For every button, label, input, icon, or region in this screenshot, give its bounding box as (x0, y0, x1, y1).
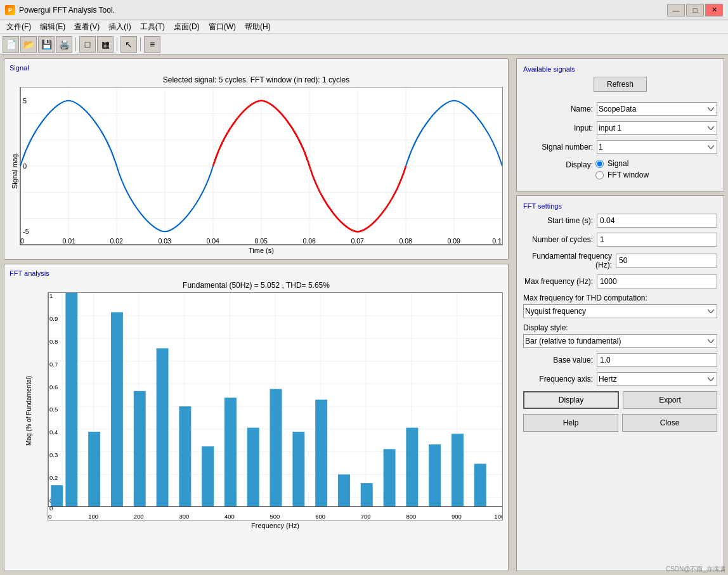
svg-rect-80 (202, 446, 214, 507)
max-freq-label: Max frequency (Hz): (523, 277, 593, 286)
max-freq-row: Max frequency (Hz): (523, 275, 717, 288)
new-button[interactable]: 📄 (3, 36, 19, 53)
svg-rect-84 (292, 432, 304, 507)
signal-number-select[interactable]: 1 (597, 140, 717, 154)
svg-rect-73 (51, 485, 63, 507)
svg-text:0.08: 0.08 (399, 238, 412, 245)
signal-chart-inner: 5 0 -5 0 0.01 0.02 0.03 0.04 0.05 0.06 0… (20, 87, 503, 254)
svg-rect-76 (111, 313, 123, 507)
name-label: Name: (523, 105, 593, 113)
maximize-button[interactable]: □ (686, 4, 704, 16)
display-button[interactable]: Display (523, 391, 619, 409)
start-time-input[interactable] (597, 214, 717, 228)
print-button[interactable]: 🖨️ (56, 36, 72, 53)
svg-rect-83 (270, 389, 282, 507)
svg-text:0.7: 0.7 (49, 361, 58, 368)
svg-text:0.5: 0.5 (49, 406, 58, 413)
menu-window[interactable]: 窗口(W) (205, 20, 240, 34)
base-value-input[interactable] (597, 353, 717, 367)
display-row: Display: Signal FFT window (523, 159, 717, 179)
svg-text:0.3: 0.3 (49, 451, 58, 458)
svg-text:1000: 1000 (494, 513, 502, 520)
svg-text:400: 400 (224, 513, 235, 520)
display-style-label: Display style: (523, 323, 717, 332)
svg-rect-90 (429, 444, 441, 507)
menu-bar: 文件(F) 编辑(E) 查看(V) 插入(I) 工具(T) 桌面(D) 窗口(W… (0, 20, 728, 34)
fund-freq-label: Fundamental frequency (Hz): (523, 252, 612, 269)
name-select[interactable]: ScopeData (597, 102, 717, 116)
svg-text:0.1: 0.1 (492, 238, 502, 245)
menu-file[interactable]: 文件(F) (3, 20, 35, 34)
max-freq-thd-select[interactable]: Nyquist frequency (523, 304, 717, 318)
svg-rect-78 (157, 348, 169, 507)
bottom-buttons: Display Export (523, 391, 717, 409)
display-radio-group: Signal FFT window (595, 159, 649, 179)
select-button[interactable]: ↖ (120, 36, 137, 53)
help-button[interactable]: Help (523, 414, 618, 432)
signal-radio-row: Signal (595, 159, 649, 168)
svg-text:0: 0 (20, 238, 24, 245)
signal-chart-title: Selected signal: 5 cycles. FFT window (i… (10, 75, 503, 84)
display-label: Display: (523, 159, 593, 169)
open-button[interactable]: 📂 (20, 36, 37, 53)
fft-chart-inner: 1 0.9 0.8 0.7 0.6 0.5 0.4 0.3 0.2 0.1 0 (48, 292, 503, 529)
refresh-button[interactable]: Refresh (594, 77, 647, 92)
menu-view[interactable]: 查看(V) (70, 20, 103, 34)
svg-text:700: 700 (361, 513, 371, 520)
view-button[interactable]: □ (79, 36, 96, 53)
left-panel: Signal Selected signal: 5 cycles. FFT wi… (0, 55, 512, 575)
fund-freq-input[interactable] (616, 254, 717, 268)
title-bar: P Powergui FFT Analysis Tool. — □ ✕ (0, 0, 728, 20)
svg-text:0.07: 0.07 (351, 238, 364, 245)
svg-rect-92 (474, 464, 486, 507)
display-style-select[interactable]: Bar (relative to fundamental) (523, 334, 717, 348)
export-button[interactable]: Export (623, 391, 717, 409)
svg-text:300: 300 (179, 513, 189, 520)
svg-text:0.6: 0.6 (49, 384, 58, 391)
base-value-label: Base value: (523, 356, 593, 365)
input-label: Input: (523, 124, 593, 132)
bottom-buttons-2: Help Close (523, 414, 717, 432)
fft-window-radio[interactable] (595, 171, 604, 179)
fft-chart-title: Fundamental (50Hz) = 5.052 , THD= 5.65% (10, 281, 503, 290)
svg-rect-91 (452, 434, 464, 507)
signal-radio[interactable] (595, 160, 604, 168)
svg-text:0.03: 0.03 (158, 238, 171, 245)
fft-panel-title: FFT analysis (10, 269, 503, 277)
freq-axis-select[interactable]: Hertz (597, 372, 717, 386)
menu-tools[interactable]: 工具(T) (136, 20, 169, 34)
max-freq-input[interactable] (597, 275, 717, 288)
list-button[interactable]: ≡ (144, 36, 160, 53)
fft-chart-area: 1 0.9 0.8 0.7 0.6 0.5 0.4 0.3 0.2 0.1 0 (48, 292, 503, 520)
signal-number-row: Signal number: 1 (523, 140, 717, 154)
close-button[interactable]: ✕ (705, 4, 723, 16)
svg-text:200: 200 (134, 513, 144, 520)
svg-rect-74 (65, 293, 77, 507)
start-time-label: Start time (s): (523, 216, 593, 225)
fft-settings-title: FFT settings (523, 202, 717, 210)
window-controls[interactable]: — □ ✕ (667, 4, 723, 16)
max-freq-thd-label: Max frequency for THD computation: (523, 294, 717, 302)
menu-edit[interactable]: 编辑(E) (36, 20, 69, 34)
toolbar: 📄 📂 💾 🖨️ □ ▦ ↖ ≡ (0, 34, 728, 55)
menu-help[interactable]: 帮助(H) (241, 20, 275, 34)
close-button-main[interactable]: Close (622, 414, 717, 432)
save-button[interactable]: 💾 (38, 36, 55, 53)
svg-text:0.04: 0.04 (206, 238, 219, 245)
svg-text:100: 100 (88, 513, 98, 520)
minimize-button[interactable]: — (667, 4, 685, 16)
base-value-row: Base value: (523, 353, 717, 367)
num-cycles-input[interactable] (597, 233, 717, 247)
grid-button[interactable]: ▦ (97, 36, 114, 53)
fft-window-radio-label: FFT window (608, 171, 649, 179)
signal-panel-title: Signal (10, 64, 503, 72)
right-panel: Available signals Refresh Name: ScopeDat… (512, 55, 728, 575)
svg-text:0: 0 (23, 163, 27, 170)
fft-x-label: Frequency (Hz) (48, 522, 503, 529)
svg-rect-82 (247, 428, 259, 507)
input-select[interactable]: input 1 (597, 121, 717, 135)
app-icon: P (5, 5, 15, 15)
menu-desktop[interactable]: 桌面(D) (170, 20, 204, 34)
menu-insert[interactable]: 插入(I) (105, 20, 134, 34)
svg-text:1: 1 (49, 293, 53, 299)
